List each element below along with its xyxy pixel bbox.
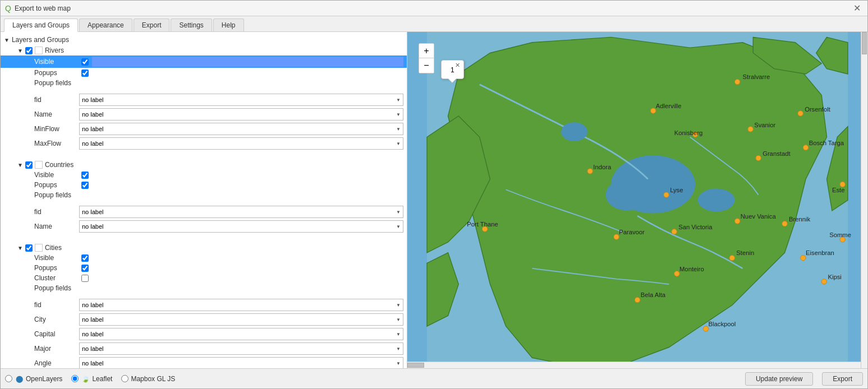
cities-layer-icon [35, 244, 43, 252]
countries-visible-row: Visible [1, 170, 407, 180]
tab-export[interactable]: Export [134, 18, 170, 31]
cities-cluster-row: Cluster [1, 273, 407, 283]
countries-label: Countries [45, 161, 74, 169]
countries-group-checkbox[interactable] [25, 161, 33, 169]
countries-popupfields-label: Popup fields [34, 191, 79, 199]
countries-popupfields-row: Popup fields [1, 190, 407, 200]
svg-text:Port Thane: Port Thane [467, 221, 498, 228]
rivers-visible-checkbox[interactable] [81, 58, 89, 66]
update-preview-button[interactable]: Update preview [745, 372, 813, 386]
countries-popups-row: Popups [1, 180, 407, 190]
svg-text:Indora: Indora [593, 164, 612, 170]
rivers-name-select[interactable]: no label [79, 108, 403, 121]
openlayers-label[interactable]: OpenLayers [26, 375, 62, 383]
countries-visible-checkbox[interactable] [81, 172, 89, 179]
map-scroll-thumb-h[interactable] [407, 363, 424, 368]
rivers-popups-checkbox[interactable] [81, 70, 89, 77]
countries-arrow[interactable]: ▼ [17, 162, 23, 168]
countries-fid-select[interactable]: no label [79, 206, 403, 218]
map-svg: Stralvarre Adlerville Orsenfolt Konisber… [407, 32, 867, 368]
rivers-popups-row: Popups [1, 68, 407, 78]
svg-text:Paravoor: Paravoor [619, 229, 645, 235]
svg-point-28 [801, 255, 806, 260]
svg-point-31 [635, 297, 640, 302]
export-button[interactable]: Export [822, 372, 863, 386]
map-scrollbar-vertical[interactable] [861, 32, 867, 368]
zoom-out-button[interactable]: − [419, 58, 434, 73]
tab-layers-and-groups[interactable]: Layers and Groups [4, 18, 78, 32]
rivers-minflow-label: MinFlow [34, 125, 79, 133]
cities-popups-label: Popups [34, 264, 79, 272]
countries-name-select[interactable]: no label [79, 220, 403, 233]
cities-major-label: Major [34, 345, 79, 353]
layer-countries: ▼ Countries Visible Popups [1, 160, 407, 243]
svg-point-15 [748, 127, 753, 132]
cities-major-select[interactable]: no label [79, 342, 403, 355]
tab-settings[interactable]: Settings [171, 18, 212, 31]
layer-tree-scroll[interactable]: ▼ Layers and Groups ▼ Rivers V [1, 32, 407, 368]
map-panel: Stralvarre Adlerville Orsenfolt Konisber… [407, 32, 867, 368]
svg-point-17 [756, 155, 761, 160]
cities-arrow[interactable]: ▼ [17, 245, 23, 251]
cities-visible-checkbox[interactable] [81, 254, 89, 262]
mapboxgl-radio[interactable] [121, 375, 128, 382]
cities-group-checkbox[interactable] [25, 244, 33, 252]
svg-point-12 [650, 108, 655, 113]
root-arrow[interactable]: ▼ [4, 37, 10, 43]
leaflet-radio-group: 🍃 Leaflet [71, 374, 112, 383]
countries-popups-label: Popups [34, 181, 79, 189]
rivers-minflow-select[interactable]: no label [79, 123, 403, 135]
cities-popups-row: Popups [1, 263, 407, 273]
cities-major-select-wrapper: no label [79, 342, 403, 355]
leaflet-label[interactable]: Leaflet [92, 375, 112, 383]
main-window: Q Export to web map ✕ Layers and Groups … [0, 0, 868, 389]
titlebar: Q Export to web map ✕ [1, 1, 867, 16]
rivers-visible-row[interactable]: Visible [1, 55, 407, 68]
zoom-in-button[interactable]: + [419, 44, 434, 58]
cities-label: Cities [45, 244, 62, 252]
cities-visible-row: Visible [1, 253, 407, 263]
cities-cluster-checkbox[interactable] [81, 275, 89, 282]
map-container[interactable]: Stralvarre Adlerville Orsenfolt Konisber… [407, 32, 867, 368]
cities-major-row: Major no label [1, 341, 407, 356]
countries-layer-icon [35, 161, 43, 169]
svg-text:Svanior: Svanior [754, 122, 775, 128]
countries-name-label: Name [34, 223, 79, 230]
rivers-group-checkbox[interactable] [25, 47, 33, 54]
cities-fid-select[interactable]: no label [79, 299, 403, 311]
layer-tree: ▼ Layers and Groups ▼ Rivers V [1, 32, 407, 368]
cities-cluster-label: Cluster [34, 274, 79, 282]
svg-point-27 [729, 255, 734, 260]
rivers-arrow[interactable]: ▼ [17, 48, 23, 54]
cities-city-select[interactable]: no label [79, 313, 403, 326]
tab-help[interactable]: Help [213, 18, 244, 31]
rivers-fid-select[interactable]: no label [79, 94, 403, 106]
map-tooltip: ✕ 1 [441, 60, 464, 79]
rivers-maxflow-select[interactable]: no label [79, 137, 403, 150]
cities-capital-select[interactable]: no label [79, 328, 403, 340]
tab-appearance[interactable]: Appearance [79, 18, 132, 31]
countries-popups-checkbox[interactable] [81, 182, 89, 189]
mapboxgl-label[interactable]: Mapbox GL JS [131, 375, 175, 383]
tooltip-close-button[interactable]: ✕ [455, 62, 460, 69]
svg-text:Konisberg: Konisberg [674, 129, 703, 136]
rivers-name-label: Name [34, 110, 79, 118]
cities-angle-select[interactable]: no label [79, 357, 403, 368]
leaflet-radio[interactable] [71, 375, 79, 382]
rivers-popupfields-label: Popup fields [34, 79, 79, 87]
map-scroll-thumb-v[interactable] [862, 32, 867, 54]
svg-point-18 [587, 169, 593, 174]
svg-text:Granstadt: Granstadt [763, 150, 791, 157]
map-scrollbar-horizontal[interactable] [407, 362, 861, 368]
root-label: Layers and Groups [12, 36, 69, 44]
cities-fid-row: fid no label [1, 298, 407, 312]
cities-capital-row: Capital no label [1, 327, 407, 341]
close-button[interactable]: ✕ [851, 3, 863, 13]
svg-point-16 [803, 145, 808, 150]
tabbar: Layers and Groups Appearance Export Sett… [1, 16, 867, 32]
svg-text:Monteiro: Monteiro [679, 266, 704, 272]
cities-popups-checkbox[interactable] [81, 265, 89, 272]
countries-fid-select-wrapper: no label [79, 206, 403, 218]
openlayers-radio[interactable] [5, 375, 12, 382]
leaflet-icon: 🍃 [81, 374, 90, 383]
